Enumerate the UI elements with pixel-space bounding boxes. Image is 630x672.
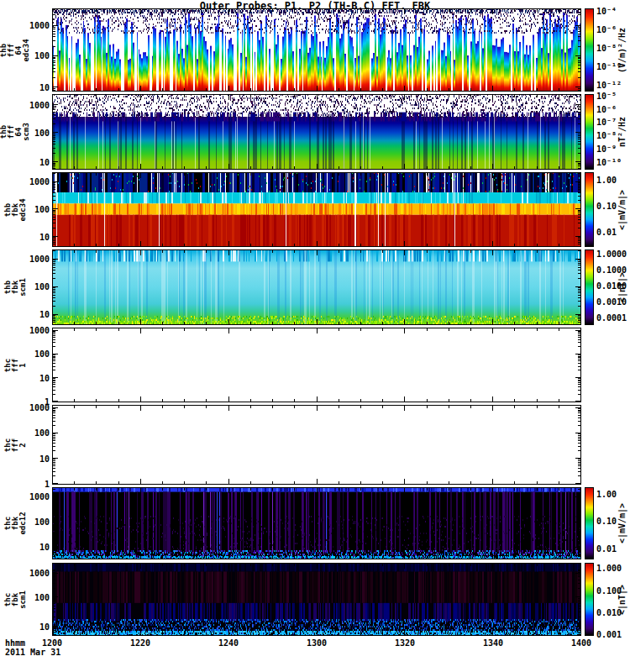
colorbar-thc_fbk_scm1 [585, 563, 594, 636]
colorbar-tick-label: 10⁻⁶ [596, 25, 617, 34]
spectrogram-canvas-thb_fbk_scm1 [52, 249, 581, 325]
panel-ylabel-line: 2 [19, 438, 27, 451]
colorbar-thb_fff_64_scm3 [585, 94, 594, 170]
spectrogram-canvas-thc_fbk_edc12 [52, 487, 581, 559]
y-tick-label: 1000 [29, 100, 50, 109]
spectrogram-canvas-thb_fff_64_edc34 [52, 8, 581, 92]
colorbar-tick-label: 10⁻⁸ [596, 44, 617, 53]
colorbar-tick-label: 10⁻⁹ [596, 144, 617, 154]
colorbar-tick-label: 10⁻⁵ [596, 91, 617, 100]
colorbar-tick-label: 10⁻⁴ [596, 6, 617, 15]
panel-ylabel-thb_fff_64_scm3: thbfff64scm3 [0, 123, 30, 141]
colorbar-thc_fbk_edc12 [585, 487, 594, 559]
panel-ylabel-line: edc34 [19, 198, 27, 221]
y-tick-label: 100 [34, 51, 50, 60]
y-tick-label: 100 [34, 282, 50, 291]
y-tick-label: 1000 [29, 492, 50, 501]
colorbar-unit-label: nT²/Hz [617, 117, 627, 147]
spectrogram-panel-thb_fbk_edc34 [52, 172, 581, 247]
colorbar-tick-label: 0.0001 [596, 313, 627, 323]
time-axis-unit-label: hhmm [5, 638, 25, 648]
colorbar-tick-label: 1.00 [596, 489, 617, 498]
panel-ylabel-line: edc12 [19, 512, 27, 534]
y-tick-label: 10 [39, 454, 50, 463]
y-tick-label: 1000 [29, 254, 50, 263]
y-tick-label: 10 [39, 232, 50, 241]
panel-ylabel-thc_fbk_edc12: thcfbkedc12 [4, 512, 27, 534]
y-tick-label: 1 [45, 480, 50, 489]
spectrogram-canvas-thb_fbk_edc34 [52, 172, 581, 247]
y-tick-label: 100 [34, 204, 50, 213]
colorbar-unit-label: <|nT|> [617, 584, 627, 614]
spectrogram-panel-thc_fff_1 [52, 328, 581, 402]
panel-ylabel-line: scm1 [19, 278, 27, 297]
tplot-window: Outer Probes: P1, P2 (TH-B,C) FFT, FBK t… [0, 0, 630, 672]
panel-ylabel-thc_fff_2: thcfff2 [4, 438, 27, 451]
x-tick-label: 1320 [395, 638, 415, 648]
y-tick-label: 1000 [29, 20, 50, 29]
y-tick-label: 1000 [29, 402, 50, 412]
y-tick-label: 10 [39, 622, 50, 631]
y-tick-label: 100 [34, 517, 50, 527]
x-tick-label: 1300 [307, 638, 327, 648]
colorbar-thb_fbk_scm1 [585, 249, 594, 325]
colorbar-tick-label: 0.10 [596, 517, 617, 526]
y-tick-label: 10 [39, 310, 50, 319]
colorbar-tick-label: 0.10 [596, 202, 617, 211]
y-tick-label: 100 [34, 128, 50, 137]
x-tick-label: 1400 [571, 638, 591, 648]
colorbar-tick-label: 10⁻¹² [596, 81, 622, 90]
x-tick-label: 1340 [483, 638, 503, 648]
panel-ylabel-thb_fbk_scm1: thbfbkscm1 [4, 278, 27, 297]
y-tick-label: 100 [34, 592, 50, 601]
y-tick-label: 1000 [29, 176, 50, 186]
y-tick-label: 10 [39, 83, 50, 92]
colorbar-tick-label: 1.00 [596, 175, 617, 184]
colorbar-unit-label: <|mV/m|> [617, 503, 627, 543]
colorbar-tick-label: 0.01 [596, 228, 617, 237]
spectrogram-panel-thc_fbk_edc12 [52, 487, 581, 559]
colorbar-unit-label: <|mV/m|> [617, 189, 627, 229]
spectrogram-canvas-thb_fff_64_scm3 [52, 94, 581, 170]
colorbar-unit-label: <|nT|> [617, 272, 627, 302]
colorbar-thb_fff_64_edc34 [585, 8, 594, 92]
colorbar-tick-label: 0.001 [596, 630, 622, 639]
colorbar-tick-label: 0.01 [596, 544, 617, 554]
panel-ylabel-thc_fbk_scm1: thcfbkscm1 [4, 591, 27, 609]
panel-ylabel-line: scm3 [23, 123, 30, 141]
colorbar-thb_fbk_edc34 [585, 172, 594, 247]
x-tick-label: 1220 [130, 638, 150, 648]
spectrogram-panel-thb_fff_64_edc34 [52, 8, 581, 92]
spectrogram-panel-thb_fbk_scm1 [52, 249, 581, 325]
spectrogram-panel-thc_fff_2 [52, 405, 581, 485]
spectrogram-panel-thb_fff_64_scm3 [52, 94, 581, 170]
colorbar-tick-label: 10⁻⁶ [596, 104, 617, 113]
panel-ylabel-thc_fff_1: thcfff1 [4, 358, 27, 371]
panel-ylabel-thb_fff_64_edc34: thbfff64edc34 [0, 39, 30, 61]
y-tick-label: 100 [34, 428, 50, 438]
colorbar-unit-label: (V/m)²/Hz [617, 27, 627, 72]
y-tick-label: 100 [34, 349, 50, 359]
spectrogram-canvas-thc_fbk_scm1 [52, 563, 581, 636]
colorbar-tick-label: 10⁻⁷ [596, 118, 617, 127]
spectrogram-canvas-thc_fff_1 [52, 328, 581, 402]
colorbar-tick-label: 1.0000 [596, 249, 627, 259]
y-tick-label: 1000 [29, 569, 50, 578]
spectrogram-panel-thc_fbk_scm1 [52, 563, 581, 636]
y-tick-label: 10 [39, 543, 50, 552]
x-tick-label: 1200 [42, 638, 62, 648]
colorbar-tick-label: 10⁻¹⁰ [596, 158, 622, 167]
panel-ylabel-thb_fbk_edc34: thbfbkedc34 [4, 198, 27, 221]
panel-ylabel-line: 1 [19, 358, 27, 371]
colorbar-tick-label: 10⁻⁸ [596, 131, 617, 140]
x-tick-label: 1240 [218, 638, 239, 648]
panel-ylabel-line: edc34 [23, 39, 30, 61]
y-tick-label: 10 [39, 373, 50, 382]
colorbar-tick-label: 1.000 [596, 564, 622, 573]
y-tick-label: 10 [39, 158, 50, 167]
y-tick-label: 1000 [29, 325, 50, 334]
date-label: 2011 Mar 31 [5, 648, 60, 657]
spectrogram-canvas-thc_fff_2 [52, 405, 581, 485]
panel-ylabel-line: scm1 [19, 591, 27, 609]
